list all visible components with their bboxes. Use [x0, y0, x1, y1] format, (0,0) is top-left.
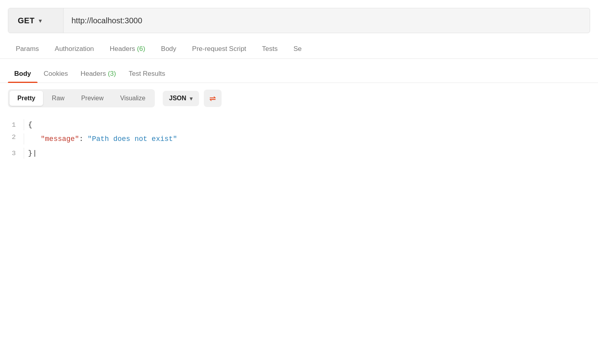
res-tab-test-results[interactable]: Test Results	[122, 65, 172, 83]
request-bar: GET ▾	[8, 8, 590, 33]
open-brace: {	[28, 121, 32, 129]
close-brace: }	[28, 149, 37, 157]
code-area: 1 { 2 "message" : "Path does not exist" …	[0, 114, 598, 164]
res-tab-headers-badge: (3)	[108, 70, 116, 77]
code-line-2: 2 "message" : "Path does not exist"	[0, 132, 598, 146]
tab-body[interactable]: Body	[153, 39, 184, 58]
wrap-button[interactable]: ⇌	[204, 90, 222, 107]
tab-headers-label: Headers	[110, 45, 137, 53]
tab-tests[interactable]: Tests	[254, 39, 286, 58]
tab-pre-request-script[interactable]: Pre-request Script	[184, 39, 254, 58]
response-tabs: Body Cookies Headers (3) Test Results	[0, 65, 598, 83]
tab-authorization-label: Authorization	[55, 45, 94, 53]
line-content-2: "message" : "Path does not exist"	[24, 133, 598, 144]
json-colon: :	[79, 135, 88, 143]
tab-params[interactable]: Params	[8, 39, 47, 58]
wrap-icon: ⇌	[209, 94, 216, 103]
line-number-2: 2	[0, 133, 24, 141]
request-tabs: Params Authorization Headers (6) Body Pr…	[0, 39, 598, 59]
method-selector[interactable]: GET ▾	[8, 8, 64, 33]
view-visualize-button[interactable]: Visualize	[112, 91, 153, 106]
view-raw-button[interactable]: Raw	[44, 91, 72, 106]
json-key-message: "message"	[41, 135, 79, 143]
tab-authorization[interactable]: Authorization	[47, 39, 102, 58]
chevron-down-icon: ▾	[39, 17, 42, 24]
url-input[interactable]	[64, 8, 590, 33]
res-tab-cookies-label: Cookies	[44, 70, 68, 77]
res-tab-body[interactable]: Body	[8, 65, 38, 83]
json-value-message: "Path does not exist"	[88, 135, 177, 143]
tab-headers-badge: (6)	[137, 45, 145, 53]
tab-tests-label: Tests	[262, 45, 278, 53]
line-content-3: }	[24, 148, 598, 159]
format-chevron-icon: ▾	[190, 95, 193, 102]
view-pretty-button[interactable]: Pretty	[9, 91, 43, 106]
view-controls: Pretty Raw Preview Visualize JSON ▾ ⇌	[0, 83, 598, 114]
line-number-1: 1	[0, 121, 24, 129]
tab-headers[interactable]: Headers (6)	[102, 39, 153, 58]
tab-body-label: Body	[161, 45, 177, 53]
tab-params-label: Params	[16, 45, 39, 53]
tab-settings-label: Se	[293, 45, 302, 53]
code-line-1: 1 {	[0, 118, 598, 132]
res-tab-body-label: Body	[14, 70, 31, 77]
code-line-3: 3 }	[0, 146, 598, 160]
line-number-3: 3	[0, 150, 24, 157]
res-tab-test-results-label: Test Results	[129, 70, 165, 77]
view-options: Pretty Raw Preview Visualize	[8, 89, 155, 107]
tab-settings[interactable]: Se	[286, 39, 310, 58]
res-tab-headers-label: Headers	[81, 70, 108, 77]
res-tab-cookies[interactable]: Cookies	[38, 65, 74, 83]
format-label: JSON	[169, 95, 186, 102]
line-content-1: {	[24, 119, 598, 130]
format-selector[interactable]: JSON ▾	[163, 91, 199, 106]
method-label: GET	[18, 16, 35, 25]
tab-pre-request-script-label: Pre-request Script	[192, 45, 246, 53]
res-tab-headers[interactable]: Headers (3)	[74, 65, 122, 83]
view-preview-button[interactable]: Preview	[73, 91, 111, 106]
